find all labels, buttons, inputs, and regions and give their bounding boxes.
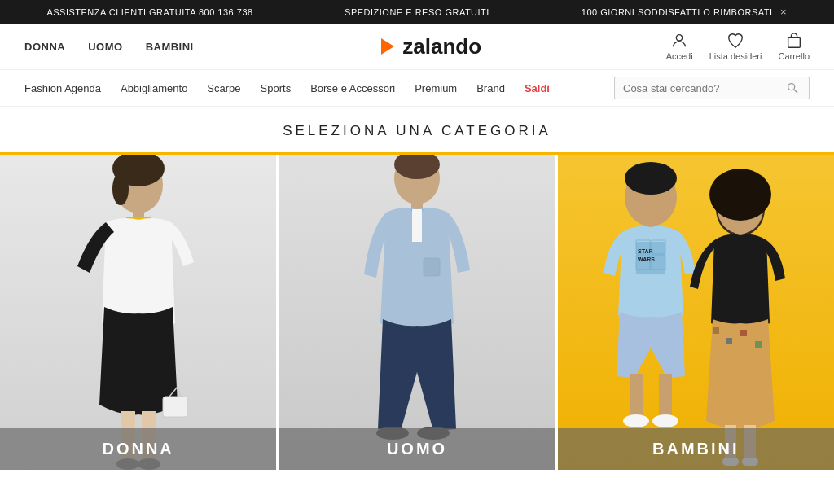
svg-point-40 <box>709 169 771 221</box>
cart-button[interactable]: Carrello <box>778 32 810 61</box>
svg-point-30 <box>652 414 678 427</box>
nav-premium[interactable]: Premium <box>405 79 467 98</box>
close-button[interactable]: × <box>780 6 787 18</box>
donna-figure <box>49 155 228 470</box>
svg-rect-44 <box>740 330 747 336</box>
svg-point-29 <box>623 414 649 427</box>
header-actions: Accedi Lista desideri Carrello <box>666 32 810 61</box>
category-section: SELEZIONA UNA CATEGORIA <box>0 107 834 470</box>
category-donna[interactable]: DONNA <box>0 155 279 470</box>
svg-text:WARS: WARS <box>638 256 655 262</box>
search-box <box>614 77 810 99</box>
bambini-label: BAMBINI <box>558 428 834 470</box>
category-bambini[interactable]: STAR WARS <box>558 155 834 470</box>
nav-brand[interactable]: Brand <box>467 79 515 98</box>
wishlist-label: Lista desideri <box>709 51 762 61</box>
svg-rect-27 <box>630 374 643 419</box>
search-icon[interactable] <box>786 81 799 94</box>
announcement-center: SPEDIZIONE E RESO GRATUITI <box>283 7 551 17</box>
svg-rect-43 <box>726 338 732 344</box>
accedi-button[interactable]: Accedi <box>666 32 693 61</box>
nav-scarpe[interactable]: Scarpe <box>197 79 250 98</box>
main-header: DONNA UOMO BAMBINI zalando Accedi Lista … <box>0 24 834 70</box>
nav-uomo[interactable]: UOMO <box>88 41 122 53</box>
announcement-bar: ASSISTENZA CLIENTI GRATUITA 800 136 738 … <box>0 0 834 24</box>
donna-figure-container <box>0 155 276 470</box>
svg-rect-28 <box>659 374 672 419</box>
svg-rect-2 <box>788 37 800 47</box>
nav-donna[interactable]: DONNA <box>24 41 65 53</box>
cart-icon <box>785 32 803 50</box>
announcement-right: 100 GIORNI SODDISFATTI O RIMBORSATI × <box>551 6 818 18</box>
heart-icon <box>726 32 744 50</box>
svg-text:STAR: STAR <box>638 248 653 254</box>
category-uomo[interactable]: UOMO <box>279 155 557 470</box>
bambini-figure-container: STAR WARS <box>558 155 834 470</box>
svg-marker-0 <box>381 38 394 55</box>
user-icon <box>670 32 688 50</box>
uomo-figure-container <box>279 155 555 470</box>
nav-fashion-agenda[interactable]: Fashion Agenda <box>24 79 111 98</box>
nav-saldi[interactable]: Saldi <box>515 79 560 98</box>
category-title: SELEZIONA UNA CATEGORIA <box>0 123 834 139</box>
uomo-figure <box>327 155 507 470</box>
category-grid: DONNA <box>0 152 834 470</box>
nav-abbigliamento[interactable]: Abbigliamento <box>111 79 197 98</box>
wishlist-button[interactable]: Lista desideri <box>709 32 762 61</box>
cart-label: Carrello <box>778 51 810 61</box>
uomo-label: UOMO <box>279 428 555 470</box>
svg-point-7 <box>112 173 129 205</box>
svg-point-1 <box>676 35 682 41</box>
svg-rect-23 <box>424 258 440 276</box>
logo-play-icon <box>378 37 397 56</box>
svg-line-4 <box>794 90 797 93</box>
svg-point-25 <box>625 162 677 195</box>
gender-nav: DONNA UOMO BAMBINI <box>24 41 194 53</box>
svg-rect-42 <box>713 327 719 334</box>
donna-label: DONNA <box>0 428 276 470</box>
logo-text: zalando <box>402 34 481 59</box>
nav-borse[interactable]: Borse e Accessori <box>301 79 405 98</box>
secondary-nav: Fashion Agenda Abbigliamento Scarpe Spor… <box>0 70 834 107</box>
svg-rect-20 <box>412 209 422 242</box>
svg-point-3 <box>788 84 795 90</box>
logo[interactable]: zalando <box>378 34 481 59</box>
svg-line-16 <box>178 387 181 397</box>
nav-sports[interactable]: Sports <box>251 79 301 98</box>
accedi-label: Accedi <box>666 51 693 61</box>
search-input[interactable] <box>623 82 786 94</box>
svg-rect-14 <box>163 397 187 417</box>
nav-bambini[interactable]: BAMBINI <box>146 41 194 53</box>
announcement-left: ASSISTENZA CLIENTI GRATUITA 800 136 738 <box>16 7 283 17</box>
bambini-figure: STAR WARS <box>569 155 822 470</box>
svg-rect-45 <box>755 341 762 348</box>
